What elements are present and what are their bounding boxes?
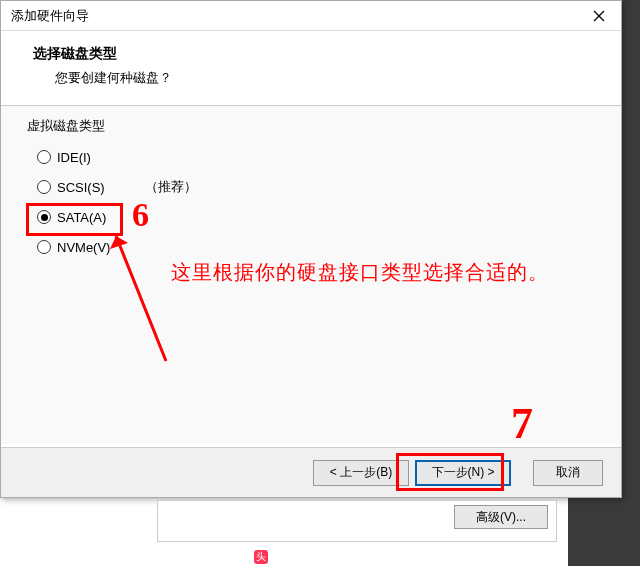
toutiao-icon: 头 (254, 550, 268, 564)
disk-type-group: 虚拟磁盘类型 IDE(I) SCSI(S) （推荐） SATA(A) NVMe(… (23, 126, 599, 272)
group-title: 虚拟磁盘类型 (23, 117, 109, 135)
radio-option-nvme[interactable]: NVMe(V) (37, 232, 585, 262)
radio-icon (37, 180, 51, 194)
radio-option-ide[interactable]: IDE(I) (37, 142, 585, 172)
back-button[interactable]: < 上一步(B) (313, 460, 409, 486)
radio-label: SCSI(S) (57, 180, 105, 195)
page-title: 选择磁盘类型 (33, 45, 603, 63)
radio-label: IDE(I) (57, 150, 91, 165)
titlebar: 添加硬件向导 (1, 1, 621, 31)
next-button[interactable]: 下一步(N) > (415, 460, 511, 486)
radio-label: SATA(A) (57, 210, 106, 225)
wizard-footer: < 上一步(B) 下一步(N) > 取消 7 (1, 447, 621, 497)
radio-option-scsi[interactable]: SCSI(S) （推荐） (37, 172, 585, 202)
radio-option-sata[interactable]: SATA(A) (37, 202, 585, 232)
close-button[interactable] (577, 1, 621, 31)
close-icon (593, 10, 605, 22)
recommended-label: （推荐） (145, 178, 197, 196)
radio-label: NVMe(V) (57, 240, 110, 255)
window-title: 添加硬件向导 (11, 7, 89, 25)
wizard-header: 选择磁盘类型 您要创建何种磁盘？ (1, 31, 621, 106)
background-dialog-footer: 高级(V)... (157, 500, 557, 542)
page-subtitle: 您要创建何种磁盘？ (33, 69, 603, 87)
cancel-button[interactable]: 取消 (533, 460, 603, 486)
content-area: 虚拟磁盘类型 IDE(I) SCSI(S) （推荐） SATA(A) NVMe(… (1, 106, 621, 444)
radio-icon (37, 240, 51, 254)
add-hardware-wizard-dialog: 添加硬件向导 选择磁盘类型 您要创建何种磁盘？ 虚拟磁盘类型 IDE(I) SC… (0, 0, 622, 498)
radio-icon (37, 210, 51, 224)
attribution-watermark: 头 头条 @曾经的电脑小哥 (0, 549, 640, 564)
advanced-button[interactable]: 高级(V)... (454, 505, 548, 529)
radio-icon (37, 150, 51, 164)
attribution-text: 头条 @曾经的电脑小哥 (272, 549, 385, 564)
